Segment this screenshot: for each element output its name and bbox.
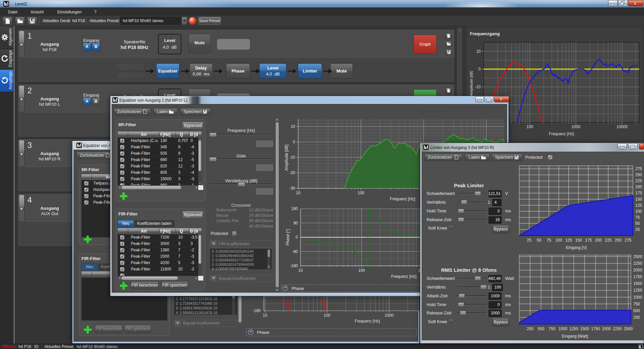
svg-text:25: 25: [635, 227, 640, 232]
svg-text:200: 200: [635, 185, 642, 189]
svg-text:10: 10: [291, 124, 296, 129]
svg-text:250: 250: [633, 315, 640, 320]
svg-text:1500: 1500: [633, 281, 642, 286]
svg-text:10: 10: [263, 313, 267, 318]
svg-text:500: 500: [633, 308, 640, 313]
svg-text:275: 275: [635, 166, 642, 171]
svg-text:175: 175: [635, 191, 642, 195]
svg-text:100: 100: [358, 268, 365, 273]
svg-text:250: 250: [527, 327, 533, 331]
svg-text:2000: 2000: [633, 268, 642, 272]
svg-text:1250: 1250: [569, 327, 578, 331]
svg-text:1000: 1000: [558, 327, 568, 331]
svg-text:225: 225: [635, 179, 642, 183]
svg-text:125: 125: [565, 238, 572, 243]
svg-text:50: 50: [537, 238, 541, 243]
svg-text:Eingang [Watt]: Eingang [Watt]: [562, 334, 588, 339]
svg-text:1000: 1000: [572, 124, 581, 129]
svg-text:75: 75: [635, 215, 640, 220]
svg-text:750: 750: [549, 327, 555, 331]
svg-text:-10: -10: [289, 155, 296, 160]
svg-text:Frequenz [Hz]: Frequenz [Hz]: [391, 274, 416, 279]
svg-text:-90: -90: [292, 249, 298, 254]
svg-text:Frequenz [Hz]: Frequenz [Hz]: [390, 197, 415, 201]
svg-text:1750: 1750: [633, 275, 642, 279]
svg-text:-10: -10: [475, 85, 481, 89]
svg-text:-30: -30: [289, 186, 296, 191]
svg-text:10000: 10000: [616, 124, 628, 129]
svg-text:Frequenz [Hz]: Frequenz [Hz]: [549, 132, 574, 136]
svg-text:100: 100: [324, 313, 330, 318]
svg-text:10: 10: [476, 49, 481, 54]
svg-text:2000: 2000: [602, 327, 611, 331]
svg-text:75: 75: [547, 238, 551, 243]
svg-text:10: 10: [296, 191, 301, 195]
svg-text:-20: -20: [289, 170, 296, 175]
svg-text:Frequenz [Hz]: Frequenz [Hz]: [355, 319, 380, 323]
svg-text:275: 275: [625, 238, 631, 243]
svg-text:2500: 2500: [633, 254, 642, 259]
svg-text:175: 175: [585, 238, 592, 243]
svg-text:1000: 1000: [633, 295, 642, 300]
svg-text:0: 0: [293, 140, 295, 144]
svg-text:25: 25: [527, 238, 532, 243]
svg-text:1500: 1500: [580, 327, 589, 331]
svg-text:100: 100: [358, 191, 364, 195]
svg-text:2250: 2250: [613, 327, 622, 331]
svg-text:50: 50: [635, 221, 640, 226]
svg-text:500: 500: [538, 327, 544, 331]
svg-text:100: 100: [635, 209, 642, 214]
svg-text:225: 225: [605, 238, 611, 243]
svg-text:-180: -180: [290, 263, 298, 268]
svg-text:100: 100: [555, 238, 562, 243]
svg-text:750: 750: [633, 302, 640, 306]
svg-text:90: 90: [293, 221, 298, 226]
svg-text:200: 200: [595, 238, 602, 243]
svg-text:2500: 2500: [624, 327, 633, 331]
svg-text:150: 150: [635, 197, 642, 202]
svg-text:250: 250: [615, 238, 622, 243]
svg-text:-180: -180: [253, 308, 261, 313]
svg-text:Phase [°]: Phase [°]: [285, 229, 290, 246]
svg-text:100: 100: [526, 124, 533, 129]
svg-text:0: 0: [296, 235, 298, 240]
svg-text:0: 0: [478, 67, 481, 71]
svg-text:125: 125: [635, 203, 642, 208]
svg-text:Eingang [V]: Eingang [V]: [566, 245, 587, 250]
svg-text:1750: 1750: [591, 327, 600, 331]
svg-text:2250: 2250: [633, 261, 642, 266]
svg-text:180: 180: [291, 206, 298, 211]
svg-text:1000: 1000: [385, 313, 394, 318]
svg-text:Amplitude [dB]: Amplitude [dB]: [284, 145, 289, 171]
svg-text:250: 250: [635, 172, 642, 177]
svg-text:10: 10: [298, 268, 303, 273]
svg-text:150: 150: [575, 238, 582, 243]
svg-text:1250: 1250: [633, 288, 642, 293]
